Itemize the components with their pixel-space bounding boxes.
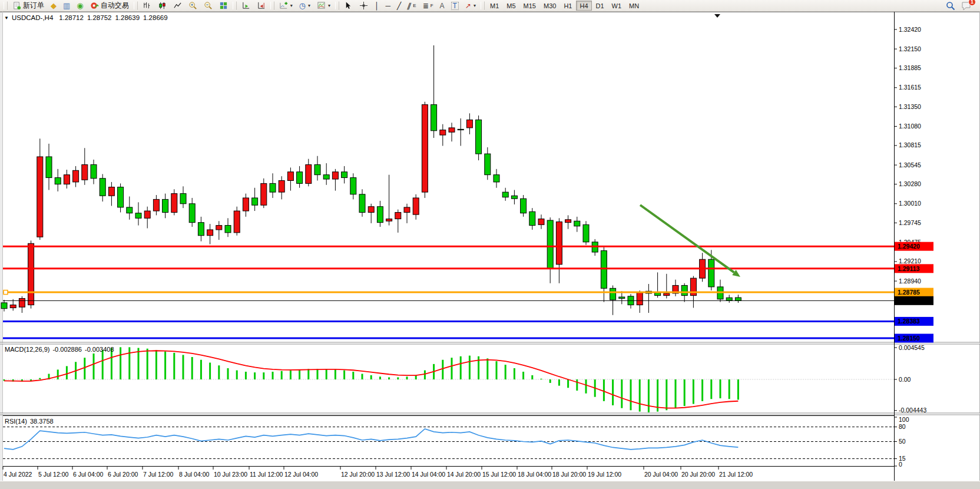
- macd-axis-label: -0.004443: [899, 407, 926, 414]
- timeframe-button-m5[interactable]: M5: [503, 1, 519, 11]
- bull-candle: [386, 219, 392, 222]
- time-axis-label: 12 Jul 04:00: [284, 471, 318, 478]
- label-tool-button[interactable]: T: [448, 1, 462, 11]
- toolbar-grip[interactable]: [481, 2, 485, 9]
- trendline-tool-button[interactable]: ╱: [394, 1, 404, 11]
- price-axis-label: 1.31080: [899, 123, 921, 130]
- indicators-button[interactable]: ▾: [276, 1, 296, 11]
- fibonacci-tool-button[interactable]: ≣F: [420, 1, 436, 11]
- arrows-tool-button[interactable]: ↗▾: [462, 1, 479, 11]
- time-axis-label: 6 Jul 20:00: [108, 471, 138, 478]
- periods-button[interactable]: ◷▾: [296, 1, 313, 11]
- timeframe-button-m1[interactable]: M1: [486, 1, 502, 11]
- toolbar-grip[interactable]: [335, 2, 339, 9]
- timeframe-button-h1[interactable]: H1: [560, 1, 575, 11]
- toolbar-grip[interactable]: [233, 2, 237, 9]
- symbol-period: USDCAD-,H4: [12, 14, 54, 21]
- line-chart-button[interactable]: [170, 1, 185, 11]
- new-order-button[interactable]: 新订单: [9, 1, 47, 11]
- search-icon[interactable]: [946, 1, 955, 11]
- candlestick-chart-button[interactable]: [155, 1, 170, 11]
- hline-tool-button[interactable]: ─: [383, 1, 394, 11]
- bull-candle: [153, 199, 159, 211]
- bull-candle: [565, 220, 571, 223]
- crosshair-tool-button[interactable]: [356, 1, 371, 11]
- hline-handle[interactable]: [4, 290, 8, 295]
- bull-candle: [234, 211, 240, 233]
- bull-candle: [637, 293, 643, 305]
- bull-candle: [73, 170, 79, 182]
- vline-tool-button[interactable]: │: [372, 1, 382, 11]
- chart-shift-button[interactable]: [254, 1, 269, 11]
- templates-button[interactable]: ▾: [314, 1, 333, 11]
- autotrading-label: 自动交易: [101, 1, 129, 11]
- timeframe-button-w1[interactable]: W1: [608, 1, 625, 11]
- time-axis-label: 20 Jul 04:00: [644, 471, 678, 478]
- time-axis-label: 14 Jul 04:00: [412, 471, 445, 478]
- bull-candle: [261, 183, 267, 205]
- timeframe-button-m15[interactable]: M15: [520, 1, 539, 11]
- bull-candle: [82, 164, 88, 180]
- time-axis-label: 12 Jul 20:00: [341, 471, 375, 478]
- toolbar-grip[interactable]: [134, 2, 138, 9]
- chart-shift-icon: [257, 1, 266, 10]
- bear-candle: [359, 194, 365, 213]
- bar-chart-icon: [143, 1, 151, 10]
- cursor-tool-button[interactable]: [341, 1, 356, 11]
- bear-candle: [135, 213, 141, 219]
- macd-axis-label: 0.004545: [899, 344, 925, 351]
- chart-canvas[interactable]: 1.324201.321501.318851.316151.313501.310…: [0, 12, 980, 489]
- arrows-tool-icon: ↗: [465, 2, 471, 9]
- bear-candle: [189, 204, 195, 223]
- bear-candle: [583, 224, 589, 242]
- notifications-button[interactable]: 1: [961, 1, 972, 11]
- rsi-axis-label: 80: [899, 423, 906, 430]
- timeframe-button-h4[interactable]: H4: [576, 1, 591, 11]
- bear-candle: [521, 199, 527, 213]
- macd-main-value: -0.002886: [52, 346, 82, 353]
- templates-icon: [317, 1, 326, 10]
- toolbar: 新订单 ◆ ▥ ◉ 自动交易 ▾ ◷▾ ▾ │ ─ ╱ ∥E ≣F A T ↗▾…: [0, 0, 980, 12]
- toolbar-grip[interactable]: [4, 2, 8, 9]
- text-tool-button[interactable]: A: [437, 1, 448, 11]
- new-order-label: 新订单: [23, 1, 44, 11]
- tile-windows-button[interactable]: [216, 1, 231, 11]
- quote-open: 1.28712: [59, 14, 84, 21]
- time-axis-label: 19 Jul 12:00: [588, 471, 621, 478]
- bear-candle: [610, 288, 616, 300]
- bear-candle: [431, 105, 437, 131]
- bear-candle: [100, 179, 105, 196]
- channel-tool-button[interactable]: ∥E: [405, 1, 419, 11]
- macd-label: MACD(12,26,9)-0.002886-0.003408: [5, 346, 114, 353]
- macd-axis-label: 0.00: [899, 376, 911, 383]
- market-watch-button[interactable]: ▥: [60, 1, 73, 11]
- timeframe-button-m30[interactable]: M30: [540, 1, 559, 11]
- price-badge-label: 1.28785: [898, 289, 920, 296]
- price-axis-label: 1.30545: [899, 161, 921, 168]
- quote-low: 1.28639: [115, 14, 140, 21]
- zoom-in-button[interactable]: [186, 1, 200, 11]
- zoom-out-button[interactable]: [201, 1, 216, 11]
- price-badge-label: 1.29113: [898, 265, 920, 272]
- chart-collapse-icon[interactable]: ▼: [4, 15, 9, 21]
- vline-icon: │: [375, 2, 379, 9]
- price-axis-label: 1.31615: [899, 84, 921, 91]
- pencil-tool-button[interactable]: ◆: [48, 1, 59, 11]
- autotrading-button[interactable]: 自动交易: [87, 1, 132, 11]
- signals-button[interactable]: ◉: [74, 1, 86, 11]
- time-axis-label: 18 Jul 20:00: [552, 471, 586, 478]
- time-axis-label: 13 Jul 12:00: [376, 471, 410, 478]
- rsi-value: 38.3758: [30, 418, 54, 425]
- timeframe-button-d1[interactable]: D1: [592, 1, 608, 11]
- bull-candle: [64, 175, 69, 184]
- autotrading-icon: [90, 1, 99, 10]
- channel-icon: ∥: [406, 2, 412, 9]
- bear-candle: [547, 220, 553, 269]
- bar-chart-button[interactable]: [140, 1, 154, 11]
- auto-scroll-button[interactable]: [239, 1, 253, 11]
- timeframe-button-mn[interactable]: MN: [625, 1, 643, 11]
- bear-candle: [529, 212, 535, 225]
- bull-candle: [10, 305, 16, 308]
- toolbar-grip[interactable]: [270, 2, 274, 9]
- bear-candle: [681, 285, 687, 295]
